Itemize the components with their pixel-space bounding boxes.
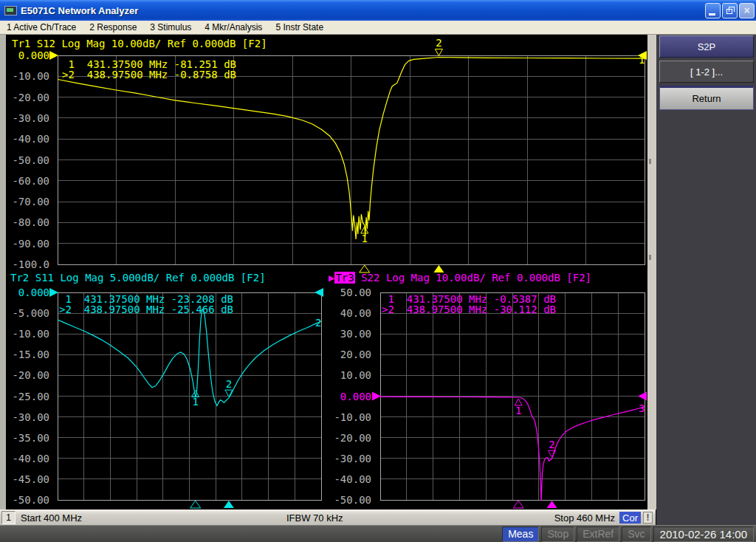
ifbw-label: IFBW 70 kHz <box>286 512 343 524</box>
channel-number-box: 1 <box>1 511 16 524</box>
stop-status-badge: Stop <box>541 526 574 542</box>
minimize-icon <box>709 13 715 16</box>
softkey-s2p[interactable]: S2P <box>659 35 754 58</box>
window-controls: × <box>704 3 756 18</box>
tr2-marker-readout-row: 1 431.37500 MHz -23.208 dB <box>59 294 233 304</box>
app-icon <box>4 6 17 16</box>
menu-response[interactable]: 2 Response <box>83 21 143 33</box>
scroll-tick <box>649 255 651 260</box>
minimize-button[interactable] <box>705 3 721 18</box>
left-border-strip <box>0 35 6 510</box>
channel-status-bar: 1 Start 400 MHz IFBW 70 kHz Stop 460 MHz… <box>0 510 656 525</box>
softkey-scroll-strip[interactable] <box>647 35 656 510</box>
correction-badge: Cor <box>619 512 641 524</box>
trace3-name: Tr3 <box>334 272 354 284</box>
title-bar: E5071C Network Analyzer × <box>0 0 756 21</box>
softkey-return[interactable]: Return <box>659 86 754 110</box>
trace1-header: Tr1 S12 Log Mag 10.00dB/ Ref 0.000dB [F2… <box>12 38 267 49</box>
svc-status-badge: Svc <box>622 526 650 542</box>
meas-status-badge: Meas <box>502 526 539 542</box>
menu-stimulus[interactable]: 3 Stimulus <box>143 21 198 33</box>
start-frequency-label: Start 400 MHz <box>21 512 82 524</box>
trace3-header: ▶Tr3 S22 Log Mag 10.00dB/ Ref 0.000dB [F… <box>329 272 591 284</box>
tr2-marker-readout-row: >2 438.97500 MHz -25.466 dB <box>59 304 233 315</box>
tr3-marker-readout: 1 431.37500 MHz -0.5387 dB>2 438.97500 M… <box>382 294 556 315</box>
trace1-name: Tr1 <box>12 38 30 49</box>
close-button[interactable]: × <box>739 3 755 18</box>
trace1-settings: S12 Log Mag 10.00dB/ Ref 0.000dB [F2] <box>30 38 267 49</box>
scroll-tick <box>649 159 651 164</box>
trace3-settings: S22 Log Mag 10.00dB/ Ref 0.000dB [F2] <box>355 272 591 284</box>
tr3-marker-readout-row: >2 438.97500 MHz -30.112 dB <box>382 304 556 315</box>
menu-bar: 1 Active Ch/Trace 2 Response 3 Stimulus … <box>0 21 756 35</box>
trace2-header: Tr2 S11 Log Mag 5.000dB/ Ref 0.000dB [F2… <box>10 272 266 284</box>
close-icon: × <box>740 4 754 16</box>
tr3-marker-readout-row: 1 431.37500 MHz -0.5387 dB <box>382 294 556 304</box>
tr2-marker-readout: 1 431.37500 MHz -23.208 dB>2 438.97500 M… <box>59 294 233 315</box>
alert-badge: ! <box>643 512 653 524</box>
menu-active-ch-trace[interactable]: 1 Active Ch/Trace <box>0 21 83 33</box>
tr1-marker-readout-row: 1 431.37500 MHz -81.251 dB <box>62 59 236 69</box>
instrument-status-bar: Meas Stop ExtRef Svc 2010-02-26 14:00 <box>0 525 756 542</box>
channel-bar-right: Stop 460 MHz Cor ! <box>554 512 656 524</box>
trace2-name: Tr2 <box>10 272 29 284</box>
tr1-marker-readout: 1 431.37500 MHz -81.251 dB>2 438.97500 M… <box>62 59 236 80</box>
tr1-marker-readout-row: >2 438.97500 MHz -0.8758 dB <box>62 69 236 80</box>
restore-icon <box>726 9 732 14</box>
window-title: E5071C Network Analyzer <box>21 5 138 16</box>
stop-frequency-label: Stop 460 MHz <box>554 512 615 524</box>
restore-button[interactable] <box>722 3 738 18</box>
menu-mkr-analysis[interactable]: 4 Mkr/Analysis <box>198 21 269 33</box>
datetime-display: 2010-02-26 14:00 <box>653 526 754 542</box>
softkey-1-2[interactable]: [ 1-2 ]... <box>659 61 754 83</box>
menu-instr-state[interactable]: 5 Instr State <box>269 21 330 33</box>
trace2-settings: S11 Log Mag 5.000dB/ Ref 0.000dB [F2] <box>29 272 265 284</box>
extref-status-badge: ExtRef <box>577 526 619 542</box>
